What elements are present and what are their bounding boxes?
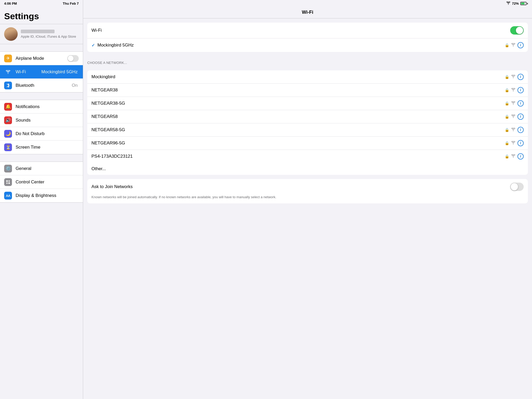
network-info-button[interactable]: i — [517, 153, 524, 159]
network-row[interactable]: NETGEAR38 🔒 i — [87, 84, 528, 97]
main-status-bar: 72% — [83, 0, 532, 6]
network-list: Mockingbird 🔒 i NETGEAR38 🔒 — [87, 70, 528, 163]
sidebar-item-label-general: General — [16, 166, 79, 171]
ask-to-join-card: Ask to Join Networks Known networks will… — [87, 179, 528, 203]
network-row-icons: 🔒 i — [505, 114, 524, 120]
connected-info-button[interactable]: i — [517, 42, 524, 48]
sidebar-item-label-control-center: Control Center — [16, 179, 79, 185]
sounds-icon: 🔊 — [4, 116, 12, 124]
wifi-signal-icon — [511, 88, 515, 92]
network-row-icons: 🔒 i — [505, 127, 524, 133]
sidebar-item-label-screen-time: Screen Time — [16, 145, 79, 150]
sidebar-bluetooth-value: On — [72, 83, 78, 88]
lock-icon: 🔒 — [505, 154, 509, 158]
network-info-button[interactable]: i — [517, 114, 524, 120]
sidebar-item-display[interactable]: AA Display & Brightness — [0, 189, 83, 202]
apple-id-name-blur — [21, 30, 55, 33]
lock-icon: 🔒 — [505, 75, 509, 79]
sidebar-item-label-airplane: Airplane Mode — [16, 56, 67, 61]
sidebar-item-wifi[interactable]: Wi-Fi Mockingbird 5GHz — [0, 65, 83, 79]
apple-id-text: Apple ID, iCloud, iTunes & App Store — [21, 30, 76, 38]
dnd-icon: 🌙 — [4, 130, 12, 138]
connected-network-name: Mockingbird 5GHz — [97, 43, 505, 48]
svg-rect-3 — [6, 182, 8, 184]
bluetooth-icon — [4, 82, 12, 89]
wifi-status-icon — [506, 2, 510, 5]
svg-rect-2 — [9, 180, 10, 182]
wifi-signal-icon — [511, 114, 515, 119]
status-time: 4:06 PM — [4, 2, 17, 5]
network-row[interactable]: Mockingbird 🔒 i — [87, 70, 528, 84]
lock-icon: 🔒 — [505, 115, 509, 119]
network-row-icons: 🔒 i — [505, 87, 524, 93]
lock-icon: 🔒 — [505, 43, 509, 47]
sidebar-group-prefs: 🔔 Notifications 🔊 Sounds 🌙 Do Not Distur… — [0, 100, 83, 154]
sidebar-item-airplane[interactable]: ✈ Airplane Mode — [0, 52, 83, 65]
network-row[interactable]: NETGEAR58-5G 🔒 i — [87, 123, 528, 137]
wifi-card: Wi-Fi ✓ Mockingbird 5GHz 🔒 i — [87, 23, 528, 52]
sidebar-item-notifications[interactable]: 🔔 Notifications — [0, 100, 83, 114]
network-name: NETGEAR58 — [91, 114, 505, 119]
wifi-signal-icon — [511, 75, 515, 79]
ask-to-join-toggle[interactable] — [510, 183, 524, 191]
network-name: NETGEAR38 — [91, 88, 505, 93]
networks-card: Mockingbird 🔒 i NETGEAR38 🔒 — [87, 70, 528, 175]
network-name: PS4-173A3DC23121 — [91, 154, 505, 159]
sidebar-item-general[interactable]: ⚙️ General — [0, 162, 83, 175]
network-row-icons: 🔒 i — [505, 100, 524, 107]
wifi-toggle-label: Wi-Fi — [91, 28, 510, 33]
sidebar-item-sounds[interactable]: 🔊 Sounds — [0, 114, 83, 127]
network-info-button[interactable]: i — [517, 74, 524, 80]
main-panel: 72% Wi-Fi Wi-Fi ✓ Mockingbird 5GHz 🔒 — [83, 0, 532, 399]
airplane-toggle[interactable] — [67, 55, 79, 62]
lock-icon: 🔒 — [505, 141, 509, 145]
network-row-icons: 🔒 i — [505, 140, 524, 146]
network-info-button[interactable]: i — [517, 100, 524, 107]
sidebar-item-screen-time[interactable]: ⏳ Screen Time — [0, 141, 83, 154]
network-row[interactable]: NETGEAR96-5G 🔒 i — [87, 137, 528, 150]
ask-to-join-description: Known networks will be joined automatica… — [87, 195, 528, 203]
general-icon: ⚙️ — [4, 165, 12, 172]
network-row[interactable]: PS4-173A3DC23121 🔒 i — [87, 150, 528, 163]
other-network-row[interactable]: Other... — [87, 163, 528, 175]
avatar — [4, 27, 18, 41]
screen-time-icon: ⏳ — [4, 143, 12, 151]
main-header: Wi-Fi — [83, 6, 532, 18]
wifi-main-toggle[interactable] — [510, 26, 524, 35]
notifications-icon: 🔔 — [4, 103, 12, 111]
sidebar-item-control-center[interactable]: Control Center — [0, 175, 83, 189]
connected-network-row[interactable]: ✓ Mockingbird 5GHz 🔒 i — [87, 38, 528, 52]
display-icon: AA — [4, 192, 12, 200]
sidebar-item-bluetooth[interactable]: Bluetooth On — [0, 79, 83, 92]
svg-point-1 — [8, 182, 10, 184]
network-row[interactable]: NETGEAR58 🔒 i — [87, 110, 528, 123]
network-row-icons: 🔒 i — [505, 74, 524, 80]
network-name: NETGEAR38-5G — [91, 101, 505, 106]
section-gap-2 — [0, 92, 83, 100]
wifi-signal-icon — [511, 141, 515, 145]
connected-row-icons: 🔒 i — [505, 42, 524, 48]
sidebar-item-label-sounds: Sounds — [16, 118, 79, 123]
sidebar-group-system: ⚙️ General Control Center AA Display & B… — [0, 162, 83, 203]
sidebar-item-label-dnd: Do Not Disturb — [16, 131, 79, 136]
lock-icon: 🔒 — [505, 128, 509, 132]
network-row[interactable]: NETGEAR38-5G 🔒 i — [87, 97, 528, 110]
main-title: Wi-Fi — [302, 10, 313, 15]
settings-title: Settings — [0, 6, 83, 24]
apple-id-subtitle: Apple ID, iCloud, iTunes & App Store — [21, 35, 76, 38]
network-info-button[interactable]: i — [517, 87, 524, 93]
network-name: NETGEAR58-5G — [91, 127, 505, 132]
network-row-icons: 🔒 i — [505, 153, 524, 159]
sidebar-item-label-bluetooth: Bluetooth — [16, 83, 72, 88]
sidebar-item-dnd[interactable]: 🌙 Do Not Disturb — [0, 127, 83, 141]
sidebar-item-label-wifi: Wi-Fi — [16, 69, 41, 75]
sidebar-wifi-value: Mockingbird 5GHz — [41, 69, 78, 75]
signal-icon — [511, 43, 515, 48]
apple-id-row[interactable]: Apple ID, iCloud, iTunes & App Store — [0, 24, 83, 44]
network-info-button[interactable]: i — [517, 140, 524, 146]
network-name: Mockingbird — [91, 74, 505, 79]
network-info-button[interactable]: i — [517, 127, 524, 133]
network-name: NETGEAR96-5G — [91, 141, 505, 146]
other-network-label: Other... — [91, 166, 524, 171]
section-gap-1 — [0, 44, 83, 51]
